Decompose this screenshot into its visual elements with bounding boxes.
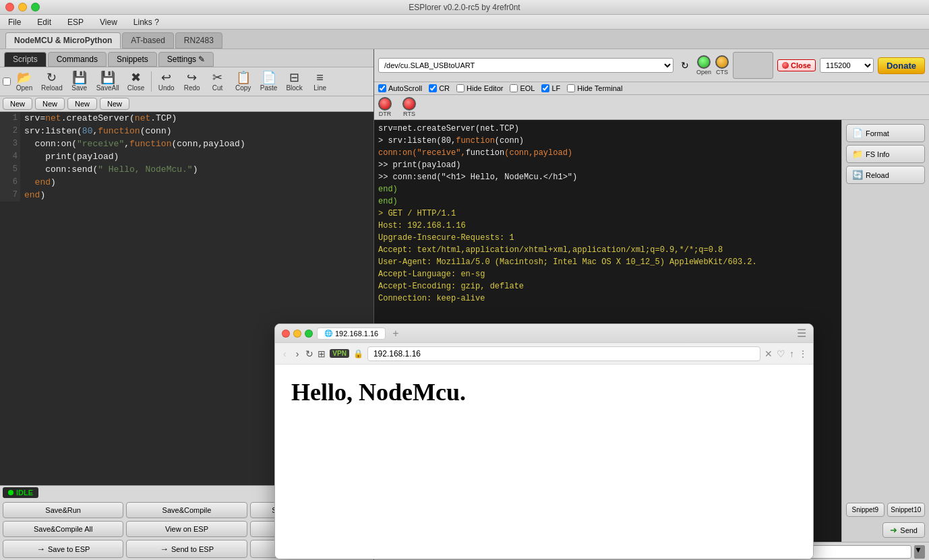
nav-heart-icon[interactable]: ♡ [777, 348, 785, 359]
browser-new-tab-btn[interactable]: + [392, 328, 398, 340]
new-btn-3[interactable]: New [67, 98, 97, 110]
autoscroll-option[interactable]: AutoScroll [378, 84, 422, 92]
browser-menu-icon[interactable]: ☰ [797, 327, 806, 340]
select-all-checkbox[interactable] [3, 77, 11, 86]
cr-option[interactable]: CR [429, 84, 450, 92]
block-btn[interactable]: ⊟ Block [282, 69, 307, 94]
eol-option[interactable]: EOL [510, 84, 535, 92]
browser-close-btn[interactable] [282, 330, 290, 338]
save-compile-all-btn[interactable]: Save&Compile All [3, 521, 123, 537]
cut-icon: ✂ [212, 71, 222, 84]
save-btn[interactable]: 💾 Save [67, 69, 92, 94]
new-btn-4[interactable]: New [100, 98, 129, 110]
undo-icon: ↩ [161, 71, 171, 84]
send-terminal-btn[interactable]: ➜ Send [882, 522, 925, 538]
baud-select[interactable]: 115200 9600 19200 38400 57600 230400 [820, 58, 874, 73]
line-num-5: 5 [3, 163, 18, 176]
hide-terminal-option[interactable]: Hide Terminal [567, 84, 622, 92]
code-line-1: srv=net.createServer(net.TCP) [24, 112, 369, 125]
line-num-1: 1 [3, 112, 18, 125]
save-run-btn[interactable]: Save&Run [3, 502, 123, 518]
send-arrow-icon: ➜ [890, 525, 897, 535]
paste-btn[interactable]: 📄 Paste [257, 69, 281, 94]
rts-btn[interactable]: RTS [402, 97, 416, 117]
menu-view[interactable]: View [97, 18, 120, 27]
nav-x-icon[interactable]: ✕ [765, 348, 773, 359]
tab-nodemcu[interactable]: NodeMCU & MicroPython [5, 32, 121, 49]
minimize-window-btn[interactable] [18, 3, 27, 11]
hide-terminal-checkbox[interactable] [567, 84, 575, 92]
donate-btn[interactable]: Donate [878, 57, 925, 74]
hide-editor-option[interactable]: Hide Editor [456, 84, 503, 92]
open-btn[interactable]: 📂 Open [12, 69, 36, 94]
tab-scripts[interactable]: Scripts [4, 52, 47, 67]
line-btn[interactable]: ≡ Line [308, 69, 332, 94]
autoscroll-checkbox[interactable] [378, 84, 386, 92]
close-file-btn[interactable]: ✖ Close [124, 69, 148, 94]
send-scroll-down[interactable]: ▼ [914, 545, 925, 559]
undo-btn[interactable]: ↩ Undo [154, 69, 179, 94]
maximize-window-btn[interactable] [31, 3, 40, 11]
lf-option[interactable]: LF [541, 84, 560, 92]
copy-btn[interactable]: 📋 Copy [231, 69, 256, 94]
saveall-btn[interactable]: 💾 SaveAll [93, 69, 123, 94]
toolbar-select-all[interactable] [3, 77, 11, 86]
browser-tab-favicon: 🌐 [324, 330, 332, 337]
redo-btn[interactable]: ↪ Redo [180, 69, 204, 94]
reload-esp-btn[interactable]: 🔄 Reload [846, 166, 925, 184]
cts-label: CTS [716, 69, 728, 75]
port-select[interactable]: /dev/cu.SLAB_USBtoUART [378, 58, 673, 73]
send-to-esp-btn[interactable]: → Send to ESP [126, 540, 247, 558]
cut-btn[interactable]: ✂ Cut [206, 69, 230, 94]
hide-editor-checkbox[interactable] [456, 84, 464, 92]
nav-forward-btn[interactable]: › [293, 347, 302, 361]
snippet10-btn[interactable]: Snippet10 [887, 503, 926, 517]
save-to-esp-btn[interactable]: → Save to ESP [3, 540, 123, 558]
snippet9-btn[interactable]: Snippet9 [846, 503, 885, 517]
code-content[interactable]: srv=net.createServer(net.TCP) srv:listen… [20, 112, 373, 201]
browser-tab[interactable]: 🌐 192.168.1.16 [317, 328, 386, 340]
tab-snippets[interactable]: Snippets [108, 52, 157, 67]
nav-share-icon[interactable]: ↑ [789, 348, 794, 359]
term-line-11: Accept: text/html,application/xhtml+xml,… [378, 244, 837, 256]
vpn-badge[interactable]: VPN [330, 349, 349, 358]
save-to-esp-icon: → [36, 544, 45, 554]
reload-btn[interactable]: ↻ Reload [38, 69, 66, 94]
eol-checkbox[interactable] [510, 84, 518, 92]
tab-settings[interactable]: Settings ✎ [158, 52, 214, 67]
url-bar[interactable] [367, 346, 760, 361]
view-on-esp-btn-1[interactable]: View on ESP [126, 521, 247, 537]
nav-back-btn[interactable]: ‹ [280, 347, 289, 361]
new-btn-2[interactable]: New [35, 98, 65, 110]
nav-grid-btn[interactable]: ⊞ [318, 348, 326, 359]
send-to-esp-icon: → [160, 544, 169, 554]
nav-refresh-btn[interactable]: ↻ [305, 348, 313, 359]
refresh-btn[interactable]: ↻ [678, 58, 692, 73]
menu-edit[interactable]: Edit [34, 18, 54, 27]
tab-rn2483[interactable]: RN2483 [175, 32, 222, 49]
close-window-btn[interactable] [5, 3, 14, 11]
menu-esp[interactable]: ESP [65, 18, 86, 27]
tab-at-based[interactable]: AT-based [122, 32, 173, 49]
line-num-7: 7 [3, 189, 18, 201]
cts-btn[interactable]: CTS [715, 55, 729, 75]
lf-checkbox[interactable] [541, 84, 549, 92]
save-compile-btn[interactable]: Save&Compile [126, 502, 247, 518]
menu-file[interactable]: File [5, 18, 24, 27]
menu-links[interactable]: Links ? [131, 18, 162, 27]
browser-max-btn[interactable] [305, 330, 313, 338]
format-btn[interactable]: 📄 Format [846, 124, 925, 142]
far-right-panel: 📄 Format 📁 FS Info 🔄 Reload Snippet9 Sni… [841, 120, 929, 542]
new-btn-1[interactable]: New [3, 98, 32, 110]
close-conn-btn[interactable]: Close [777, 59, 816, 71]
browser-min-btn[interactable] [293, 330, 301, 338]
rts-indicator [402, 97, 416, 111]
dtr-btn[interactable]: DTR [378, 97, 392, 117]
fs-info-btn[interactable]: 📁 FS Info [846, 145, 925, 163]
menubar: File Edit ESP View Links ? [0, 15, 929, 30]
tab-commands[interactable]: Commands [48, 52, 107, 67]
open-conn-btn[interactable]: Open [696, 55, 711, 75]
cr-checkbox[interactable] [429, 84, 437, 92]
code-line-3: conn:on("receive",function(conn,payload) [24, 137, 369, 150]
nav-more-icon[interactable]: ⋮ [798, 348, 808, 359]
